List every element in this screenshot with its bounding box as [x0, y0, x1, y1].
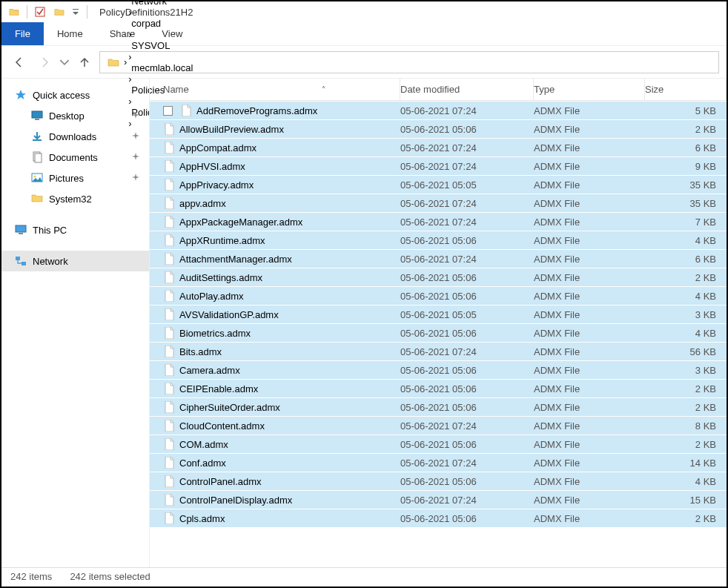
- back-button[interactable]: [9, 52, 30, 73]
- sidebar-item[interactable]: System32: [1, 188, 149, 209]
- documents-icon: [31, 151, 43, 163]
- col-size[interactable]: Size: [645, 79, 727, 101]
- file-name: Bits.admx: [179, 346, 222, 357]
- chevron-right-icon[interactable]: ›: [128, 7, 131, 18]
- sidebar-quick-access[interactable]: Quick access: [1, 85, 149, 105]
- file-type: ADMX File: [534, 142, 645, 153]
- file-date: 05-06-2021 05:06: [400, 291, 534, 302]
- file-row[interactable]: CipherSuiteOrder.admx05-06-2021 05:06ADM…: [150, 397, 727, 416]
- tab-file[interactable]: File: [1, 22, 44, 45]
- forward-button[interactable]: [34, 52, 55, 73]
- desktop-icon: [31, 110, 43, 122]
- file-row[interactable]: AppHVSI.admx05-06-2021 07:24ADMX File9 K…: [150, 156, 727, 175]
- file-size: 14 KB: [645, 457, 727, 469]
- sidebar-item-label: Documents: [49, 152, 98, 163]
- file-row[interactable]: Conf.admx05-06-2021 07:24ADMX File14 KB: [150, 453, 727, 472]
- address-bar[interactable]: › Network › corpad › SYSVOL › mecmlab.lo…: [99, 51, 719, 73]
- file-name: AppPrivacy.admx: [179, 179, 254, 191]
- breadcrumb-segment[interactable]: corpad: [128, 18, 228, 29]
- folder-icon[interactable]: [51, 4, 67, 20]
- file-row[interactable]: AppXRuntime.admx05-06-2021 05:06ADMX Fil…: [150, 231, 727, 249]
- file-icon: [163, 438, 175, 450]
- col-date[interactable]: Date modified: [400, 79, 534, 101]
- file-row[interactable]: AVSValidationGP.admx05-06-2021 05:05ADMX…: [150, 305, 727, 323]
- file-row[interactable]: AutoPlay.admx05-06-2021 05:06ADMX File4 …: [150, 286, 727, 305]
- file-row[interactable]: Cpls.admx05-06-2021 05:06ADMX File2 KB: [150, 509, 727, 527]
- file-size: 2 KB: [645, 124, 727, 135]
- file-row[interactable]: appv.admx05-06-2021 07:24ADMX File35 KB: [150, 194, 727, 212]
- file-row[interactable]: Camera.admx05-06-2021 05:06ADMX File3 KB: [150, 360, 727, 379]
- up-button[interactable]: [74, 52, 95, 73]
- file-size: 2 KB: [645, 439, 727, 450]
- col-type[interactable]: Type: [534, 79, 645, 101]
- file-row[interactable]: ControlPanel.admx05-06-2021 05:06ADMX Fi…: [150, 472, 727, 490]
- file-icon: [163, 160, 175, 172]
- monitor-icon: [15, 224, 27, 236]
- folder-icon: [31, 193, 43, 205]
- sidebar-item[interactable]: Pictures: [1, 168, 149, 188]
- qat-properties-button[interactable]: [32, 4, 48, 20]
- file-row[interactable]: COM.admx05-06-2021 05:06ADMX File2 KB: [150, 435, 727, 453]
- pin-icon: [131, 131, 140, 142]
- downloads-icon: [31, 131, 43, 142]
- svg-rect-4: [33, 139, 42, 141]
- pictures-icon: [31, 172, 43, 184]
- breadcrumb-segment[interactable]: SYSVOL: [128, 40, 228, 51]
- file-row[interactable]: AuditSettings.admx05-06-2021 05:06ADMX F…: [150, 268, 727, 286]
- file-date: 05-06-2021 05:06: [400, 272, 534, 283]
- history-chevron[interactable]: [59, 52, 70, 73]
- tab-home[interactable]: Home: [44, 22, 96, 45]
- file-row[interactable]: AppCompat.admx05-06-2021 07:24ADMX File6…: [150, 138, 727, 156]
- file-row[interactable]: AttachmentManager.admx05-06-2021 07:24AD…: [150, 249, 727, 268]
- file-type: ADMX File: [534, 476, 645, 487]
- file-size: 6 KB: [645, 142, 727, 153]
- file-icon: [163, 123, 175, 135]
- chevron-right-icon[interactable]: ›: [128, 29, 131, 40]
- file-icon: [163, 401, 175, 413]
- file-row[interactable]: ControlPanelDisplay.admx05-06-2021 07:24…: [150, 490, 727, 509]
- nav-pane: Quick access DesktopDownloadsDocumentsPi…: [1, 79, 150, 567]
- file-row[interactable]: CloudContent.admx05-06-2021 07:24ADMX Fi…: [150, 416, 727, 435]
- col-name[interactable]: Name ˄: [163, 79, 400, 101]
- row-checkbox[interactable]: [163, 106, 173, 116]
- sidebar-network[interactable]: Network: [1, 251, 149, 271]
- breadcrumb-segment[interactable]: mecmlab.local: [128, 62, 228, 73]
- qat-customize-chevron[interactable]: [70, 9, 81, 15]
- breadcrumb-segment[interactable]: Network: [128, 0, 228, 7]
- pin-icon: [131, 152, 140, 163]
- file-icon: [163, 383, 175, 394]
- sidebar-this-pc[interactable]: This PC: [1, 219, 149, 240]
- file-icon: [163, 308, 175, 320]
- sidebar-item[interactable]: Documents: [1, 147, 149, 168]
- file-type: ADMX File: [534, 105, 645, 116]
- file-name: AppHVSI.admx: [179, 161, 245, 172]
- file-size: 2 KB: [645, 383, 727, 394]
- file-name: AVSValidationGP.admx: [179, 309, 279, 320]
- file-name: AddRemovePrograms.admx: [196, 105, 317, 116]
- sidebar-item[interactable]: Desktop: [1, 105, 149, 126]
- sidebar-item[interactable]: Downloads: [1, 126, 149, 147]
- file-rows[interactable]: AddRemovePrograms.admx05-06-2021 07:24AD…: [150, 101, 727, 567]
- file-type: ADMX File: [534, 254, 645, 265]
- svg-rect-2: [32, 111, 42, 118]
- file-row[interactable]: AppPrivacy.admx05-06-2021 05:05ADMX File…: [150, 175, 727, 194]
- file-date: 05-06-2021 05:06: [400, 439, 534, 450]
- file-row[interactable]: AllowBuildPreview.admx05-06-2021 05:06AD…: [150, 119, 727, 138]
- chevron-right-icon[interactable]: ›: [128, 51, 131, 62]
- chevron-right-icon[interactable]: ›: [124, 56, 127, 67]
- file-row[interactable]: CEIPEnable.admx05-06-2021 05:06ADMX File…: [150, 379, 727, 397]
- file-type: ADMX File: [534, 495, 645, 506]
- file-date: 05-06-2021 07:24: [400, 420, 534, 432]
- star-icon: [15, 89, 27, 101]
- file-icon: [163, 475, 175, 487]
- file-row[interactable]: Bits.admx05-06-2021 07:24ADMX File56 KB: [150, 342, 727, 360]
- file-row[interactable]: AppxPackageManager.admx05-06-2021 07:24A…: [150, 212, 727, 231]
- svg-rect-11: [16, 257, 20, 260]
- sort-ascending-icon: ˄: [322, 85, 325, 93]
- file-row[interactable]: Biometrics.admx05-06-2021 05:06ADMX File…: [150, 323, 727, 342]
- file-icon: [163, 271, 175, 283]
- file-icon: [163, 197, 175, 209]
- file-type: ADMX File: [534, 328, 645, 339]
- file-row[interactable]: AddRemovePrograms.admx05-06-2021 07:24AD…: [150, 101, 727, 119]
- file-name: AutoPlay.admx: [179, 291, 243, 302]
